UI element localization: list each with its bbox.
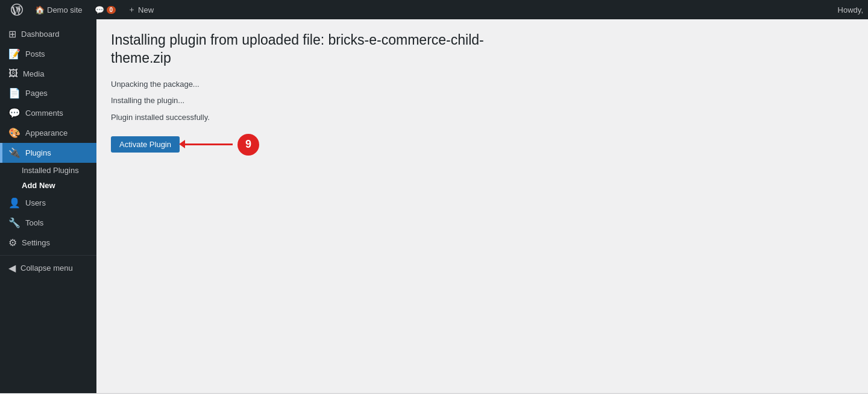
tools-icon: 🔧 — [8, 217, 20, 229]
add-new-label: Add New — [22, 181, 55, 190]
sidebar-item-label: Settings — [22, 238, 50, 247]
comment-icon: 💬 — [95, 5, 104, 14]
sidebar-item-dashboard[interactable]: ⊞ Dashboard — [0, 24, 96, 44]
comments-icon: 💬 — [8, 107, 20, 119]
sidebar-item-label: Users — [25, 198, 46, 207]
installed-plugins-label: Installed Plugins — [22, 166, 79, 175]
sidebar-item-posts[interactable]: 📝 Posts — [0, 44, 96, 64]
sidebar-item-label: Tools — [25, 218, 43, 227]
sidebar-item-label: Pages — [25, 89, 48, 98]
new-label: New — [138, 5, 154, 14]
settings-icon: ⚙ — [8, 237, 17, 248]
howdy-label: Howdy, — [838, 5, 863, 14]
sidebar-item-users[interactable]: 👤 Users — [0, 193, 96, 213]
message-installing: Installing the plugin... — [111, 93, 854, 107]
sidebar-item-comments[interactable]: 💬 Comments — [0, 103, 96, 123]
wp-layout: ⊞ Dashboard 📝 Posts 🖼 Media 📄 Pages 💬 Co… — [0, 19, 868, 393]
annotation-badge: 9 — [237, 134, 259, 156]
bottom-bar — [0, 393, 868, 410]
wp-logo-item[interactable] — [5, 0, 29, 19]
users-icon: 👤 — [8, 197, 20, 209]
admin-bar: 🏠 Demo site 💬 0 ＋ New Howdy, — [0, 0, 868, 19]
plus-icon: ＋ — [128, 4, 136, 15]
home-icon: 🏠 — [35, 5, 45, 14]
message-unpacking: Unpacking the package... — [111, 77, 854, 91]
sidebar-item-label: Appearance — [25, 128, 68, 137]
main-content: Installing plugin from uploaded file: br… — [96, 19, 868, 393]
dashboard-icon: ⊞ — [8, 28, 16, 40]
comments-item[interactable]: 💬 0 — [89, 0, 122, 19]
plugins-icon: 🔌 — [8, 147, 20, 159]
sidebar: ⊞ Dashboard 📝 Posts 🖼 Media 📄 Pages 💬 Co… — [0, 19, 96, 393]
pages-icon: 📄 — [8, 87, 20, 99]
menu-separator — [0, 255, 96, 256]
activate-plugin-section: Activate Plugin 9 — [111, 134, 259, 156]
admin-bar-right: Howdy, — [838, 5, 863, 14]
sidebar-item-pages[interactable]: 📄 Pages — [0, 83, 96, 103]
site-name: Demo site — [47, 5, 83, 14]
new-content-item[interactable]: ＋ New — [122, 0, 160, 19]
page-title: Installing plugin from uploaded file: br… — [111, 31, 854, 68]
sidebar-item-tools[interactable]: 🔧 Tools — [0, 213, 96, 233]
site-name-item[interactable]: 🏠 Demo site — [29, 0, 89, 19]
sidebar-item-settings[interactable]: ⚙ Settings — [0, 233, 96, 253]
sidebar-item-label: Plugins — [25, 148, 51, 157]
sidebar-subitem-add-new[interactable]: Add New — [0, 178, 96, 193]
admin-bar-left: 🏠 Demo site 💬 0 ＋ New — [5, 0, 838, 19]
sidebar-item-label: Dashboard — [21, 30, 60, 39]
posts-icon: 📝 — [8, 48, 20, 60]
collapse-icon: ◀ — [8, 262, 16, 274]
appearance-icon: 🎨 — [8, 127, 20, 139]
sidebar-item-label: Comments — [25, 109, 63, 118]
install-messages: Unpacking the package... Installing the … — [111, 77, 854, 124]
annotation-arrow — [184, 144, 233, 145]
sidebar-item-plugins[interactable]: 🔌 Plugins — [0, 143, 96, 163]
sidebar-item-collapse[interactable]: ◀ Collapse menu — [0, 258, 96, 278]
sidebar-item-appearance[interactable]: 🎨 Appearance — [0, 123, 96, 143]
message-success: Plugin installed successfully. — [111, 110, 854, 124]
media-icon: 🖼 — [8, 68, 18, 79]
page-title-line1: Installing plugin from uploaded file: br… — [111, 32, 484, 48]
comment-count: 0 — [107, 6, 116, 14]
sidebar-item-label: Collapse menu — [20, 263, 73, 273]
sidebar-item-label: Posts — [25, 49, 45, 58]
page-title-line2: theme.zip — [111, 50, 171, 66]
sidebar-subitem-installed-plugins[interactable]: Installed Plugins — [0, 163, 96, 178]
activate-plugin-button[interactable]: Activate Plugin — [111, 136, 180, 153]
sidebar-item-label: Media — [23, 69, 44, 78]
sidebar-item-media[interactable]: 🖼 Media — [0, 64, 96, 83]
